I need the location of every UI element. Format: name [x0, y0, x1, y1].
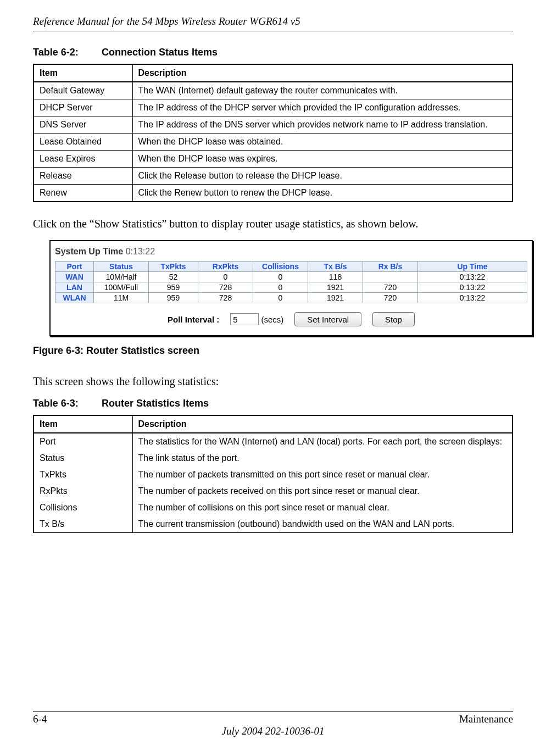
item-cell: Release [34, 168, 132, 185]
table-row: Lease ExpiresWhen the DHCP lease was exp… [34, 151, 512, 168]
table-row: RenewClick the Renew button to renew the… [34, 185, 512, 202]
stats-cell: WLAN [55, 293, 94, 303]
stats-cell [363, 272, 418, 282]
table-6-3: Item Description PortThe statistics for … [33, 415, 513, 533]
footer-rule [33, 711, 513, 712]
desc-cell: Click the Renew button to renew the DHCP… [132, 185, 512, 202]
document-header: Reference Manual for the 54 Mbps Wireles… [33, 0, 513, 31]
uptime-label: System Up Time [55, 247, 123, 256]
stats-cell: 728 [198, 282, 253, 293]
th-description: Description [132, 415, 512, 433]
desc-cell: The statistics for the WAN (Internet) an… [132, 433, 512, 450]
desc-cell: The link status of the port. [132, 450, 512, 466]
table-row: PortThe statistics for the WAN (Internet… [34, 433, 512, 450]
table-row: Tx B/sThe current transmission (outbound… [34, 516, 512, 533]
page-footer: 6-4 Maintenance July 2004 202-10036-01 [33, 711, 513, 737]
poll-interval-units: (secs) [261, 315, 283, 324]
table-title: Router Statistics Items [102, 398, 209, 409]
table-title: Connection Status Items [102, 47, 218, 58]
item-cell: Lease Expires [34, 151, 132, 168]
stats-cell: 959 [149, 293, 198, 303]
desc-cell: The current transmission (outbound) band… [132, 516, 512, 533]
desc-cell: When the DHCP lease was obtained. [132, 134, 512, 151]
set-interval-button[interactable]: Set Interval [294, 312, 361, 326]
stats-th: Status [94, 262, 149, 272]
poll-interval-row: Poll Interval : (secs) Set Interval Stop [55, 312, 527, 326]
item-cell: Tx B/s [34, 516, 132, 533]
table-row: StatusThe link status of the port. [34, 450, 512, 466]
stats-cell: 0 [198, 272, 253, 282]
desc-cell: The IP address of the DHCP server which … [132, 99, 512, 116]
item-cell: DNS Server [34, 116, 132, 134]
stats-cell: 0 [253, 282, 308, 293]
item-cell: Status [34, 450, 132, 466]
desc-cell: The WAN (Internet) default gateway the r… [132, 82, 512, 99]
th-description: Description [132, 64, 512, 82]
stats-cell: WAN [55, 272, 94, 282]
stats-cell: 52 [149, 272, 198, 282]
statistics-table: PortStatusTxPktsRxPktsCollisionsTx B/sRx… [55, 261, 527, 303]
item-cell: Collisions [34, 499, 132, 516]
page-number: 6-4 [33, 713, 47, 725]
th-item: Item [34, 64, 132, 82]
paragraph-stats-intro: This screen shows the following statisti… [33, 375, 513, 388]
stats-cell: 720 [363, 293, 418, 303]
table-number: Table 6-3: [33, 398, 99, 409]
stats-th: Up Time [418, 262, 527, 272]
table-row: Lease ObtainedWhen the DHCP lease was ob… [34, 134, 512, 151]
table-row: ReleaseClick the Release button to relea… [34, 168, 512, 185]
stats-row: LAN100M/Full959728019217200:13:22 [55, 282, 527, 293]
table-6-2-caption: Table 6-2: Connection Status Items [33, 47, 513, 58]
router-statistics-screenshot: System Up Time 0:13:22 PortStatusTxPktsR… [49, 240, 533, 336]
stats-cell: 11M [94, 293, 149, 303]
table-row: CollisionsThe number of collisions on th… [34, 499, 512, 516]
table-row: DNS ServerThe IP address of the DNS serv… [34, 116, 512, 134]
uptime-value: 0:13:22 [126, 247, 155, 256]
stats-th: RxPkts [198, 262, 253, 272]
desc-cell: The number of packets transmitted on thi… [132, 466, 512, 483]
stats-cell: 0 [253, 293, 308, 303]
table-6-3-caption: Table 6-3: Router Statistics Items [33, 398, 513, 409]
poll-interval-input[interactable] [230, 313, 259, 325]
desc-cell: The number of packets received on this p… [132, 483, 512, 499]
desc-cell: Click the Release button to release the … [132, 168, 512, 185]
stats-cell: 0 [253, 272, 308, 282]
stats-th: Tx B/s [308, 262, 363, 272]
item-cell: RxPkts [34, 483, 132, 499]
desc-cell: When the DHCP lease was expires. [132, 151, 512, 168]
table-number: Table 6-2: [33, 47, 99, 58]
stats-th: Rx B/s [363, 262, 418, 272]
stats-th: Collisions [253, 262, 308, 272]
stats-th: TxPkts [149, 262, 198, 272]
section-name: Maintenance [459, 713, 513, 725]
table-row: TxPktsThe number of packets transmitted … [34, 466, 512, 483]
stats-cell: 118 [308, 272, 363, 282]
stats-cell: 10M/Half [94, 272, 149, 282]
item-cell: DHCP Server [34, 99, 132, 116]
table-row: DHCP ServerThe IP address of the DHCP se… [34, 99, 512, 116]
stats-cell: 959 [149, 282, 198, 293]
stats-cell: 1921 [308, 293, 363, 303]
stats-row: WLAN11M959728019217200:13:22 [55, 293, 527, 303]
figure-6-3-caption: Figure 6-3: Router Statistics screen [33, 345, 513, 357]
item-cell: Default Gateway [34, 82, 132, 99]
stats-cell: 0:13:22 [418, 282, 527, 293]
stats-cell: 100M/Full [94, 282, 149, 293]
stats-cell: 720 [363, 282, 418, 293]
stop-button[interactable]: Stop [372, 312, 415, 326]
stats-cell: LAN [55, 282, 94, 293]
item-cell: Port [34, 433, 132, 450]
desc-cell: The number of collisions on this port si… [132, 499, 512, 516]
footer-date: July 2004 202-10036-01 [33, 725, 513, 737]
stats-cell: 0:13:22 [418, 293, 527, 303]
table-row: RxPktsThe number of packets received on … [34, 483, 512, 499]
paragraph-show-statistics: Click on the “Show Statistics” button to… [33, 218, 513, 230]
table-row: Default GatewayThe WAN (Internet) defaul… [34, 82, 512, 99]
stats-row: WAN10M/Half52001180:13:22 [55, 272, 527, 282]
th-item: Item [34, 415, 132, 433]
table-6-2: Item Description Default GatewayThe WAN … [33, 64, 513, 202]
system-uptime: System Up Time 0:13:22 [55, 247, 527, 257]
item-cell: Renew [34, 185, 132, 202]
stats-cell: 728 [198, 293, 253, 303]
stats-cell: 0:13:22 [418, 272, 527, 282]
